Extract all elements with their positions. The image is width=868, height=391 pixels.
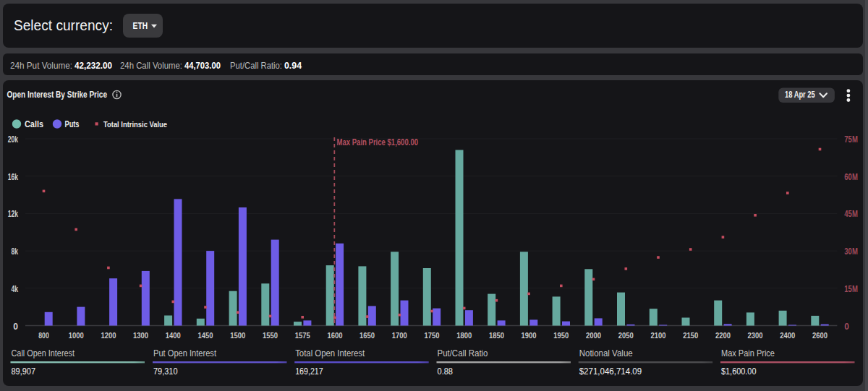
svg-text:1400: 1400: [166, 331, 181, 340]
svg-text:2600: 2600: [812, 331, 827, 340]
svg-text:2200: 2200: [715, 331, 731, 340]
svg-text:42,232.00: 42,232.00: [75, 60, 112, 71]
svg-text:24h Call Volume:: 24h Call Volume:: [120, 60, 182, 71]
svg-text:0.94: 0.94: [284, 60, 302, 71]
svg-text:ETH: ETH: [133, 20, 148, 31]
svg-text:Call Open Interest: Call Open Interest: [12, 348, 75, 358]
svg-text:79,310: 79,310: [153, 366, 178, 377]
svg-text:1800: 1800: [456, 331, 472, 340]
svg-text:Put/Call Ratio:: Put/Call Ratio:: [230, 60, 282, 71]
svg-text:1450: 1450: [198, 331, 213, 340]
svg-text:1550: 1550: [263, 331, 278, 340]
svg-text:1500: 1500: [230, 331, 245, 340]
svg-text:1600: 1600: [327, 331, 342, 340]
svg-text:1650: 1650: [359, 331, 375, 340]
svg-text:1200: 1200: [101, 331, 116, 340]
svg-text:1700: 1700: [392, 331, 407, 340]
svg-text:1300: 1300: [133, 331, 148, 340]
svg-text:20k: 20k: [8, 134, 19, 145]
svg-text:1750: 1750: [425, 331, 440, 340]
svg-text:Max Pain Price: Max Pain Price: [721, 348, 775, 358]
svg-text:15M: 15M: [844, 284, 858, 294]
svg-text:169,217: 169,217: [295, 366, 323, 377]
svg-text:4k: 4k: [11, 284, 18, 294]
svg-text:$271,046,714.09: $271,046,714.09: [579, 366, 642, 377]
svg-text:Put/Call Ratio: Put/Call Ratio: [438, 348, 488, 358]
svg-text:1950: 1950: [553, 331, 569, 340]
svg-text:Calls: Calls: [25, 119, 43, 129]
svg-text:44,703.00: 44,703.00: [184, 60, 221, 71]
svg-text:0.88: 0.88: [438, 366, 454, 377]
svg-text:Total Intrinsic Value: Total Intrinsic Value: [103, 120, 167, 129]
svg-text:18 Apr 25: 18 Apr 25: [785, 90, 815, 100]
svg-text:2300: 2300: [748, 331, 763, 340]
svg-text:2100: 2100: [651, 331, 666, 340]
svg-text:$1,600.00: $1,600.00: [721, 366, 757, 377]
svg-text:0: 0: [844, 322, 849, 332]
svg-text:30M: 30M: [844, 246, 858, 257]
svg-text:Total Open Interest: Total Open Interest: [295, 348, 365, 358]
svg-text:1000: 1000: [69, 331, 84, 340]
svg-text:8k: 8k: [11, 246, 18, 257]
svg-text:Select currency:: Select currency:: [14, 17, 113, 33]
svg-text:89,907: 89,907: [12, 366, 36, 377]
svg-text:Open Interest By Strike Price: Open Interest By Strike Price: [7, 90, 108, 100]
svg-text:12k: 12k: [8, 209, 19, 219]
svg-text:16k: 16k: [8, 172, 19, 182]
svg-text:2050: 2050: [618, 331, 634, 340]
svg-text:Notional Value: Notional Value: [579, 348, 633, 358]
svg-text:0: 0: [13, 322, 18, 332]
svg-text:Puts: Puts: [65, 119, 80, 129]
svg-text:Put Open Interest: Put Open Interest: [153, 348, 217, 358]
svg-text:45M: 45M: [844, 209, 858, 219]
svg-text:24h Put Volume:: 24h Put Volume:: [10, 60, 72, 71]
svg-text:2400: 2400: [780, 331, 795, 340]
svg-text:1575: 1575: [295, 331, 310, 340]
svg-text:2000: 2000: [586, 331, 601, 340]
svg-text:75M: 75M: [844, 134, 858, 145]
svg-text:800: 800: [38, 331, 49, 340]
svg-text:1850: 1850: [489, 331, 504, 340]
svg-text:1900: 1900: [522, 331, 537, 340]
svg-text:60M: 60M: [844, 172, 858, 182]
svg-text:2150: 2150: [683, 331, 698, 340]
svg-text:Max Pain Price $1,600.00: Max Pain Price $1,600.00: [337, 137, 419, 147]
